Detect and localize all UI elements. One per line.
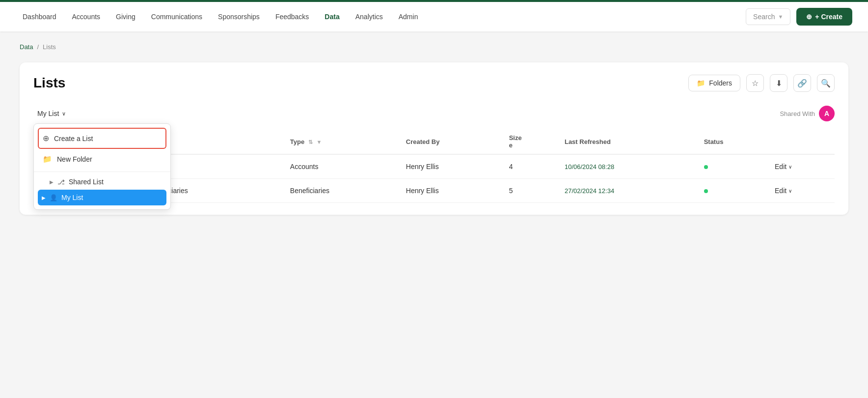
- new-folder-label: New Folder: [57, 155, 92, 163]
- col-header-status[interactable]: Status: [698, 129, 769, 154]
- col-header-actions: [769, 129, 835, 154]
- nav-item-sponsorships[interactable]: Sponsorships: [211, 9, 267, 25]
- col-header-last-refreshed[interactable]: Last Refreshed: [559, 129, 698, 154]
- col-header-size[interactable]: Size e: [503, 129, 559, 154]
- edit-label-0: Edit: [775, 163, 787, 171]
- download-button[interactable]: ⬇: [770, 74, 787, 92]
- breadcrumb-separator: /: [37, 43, 39, 51]
- my-list-tree-label: My List: [61, 194, 83, 201]
- create-button[interactable]: ⊕ + Create: [796, 8, 852, 26]
- cell-last-refreshed-1: 27/02/2024 12:34: [559, 179, 698, 203]
- cell-size-1: 5: [503, 179, 559, 203]
- plus-circle-icon: ⊕: [43, 134, 49, 143]
- shared-with-label: Shared With: [780, 110, 815, 117]
- nav-item-feedbacks[interactable]: Feedbacks: [269, 9, 316, 25]
- nav-menu: Dashboard Accounts Giving Communications…: [16, 9, 746, 25]
- edit-button-0[interactable]: Edit ∨: [775, 163, 829, 171]
- breadcrumb-data-link[interactable]: Data: [20, 43, 33, 51]
- nav-right-actions: Search ▼ ⊕ + Create: [746, 8, 852, 26]
- folder-icon: 📁: [697, 79, 705, 87]
- cell-created-by-0: Henry Ellis: [400, 154, 503, 179]
- nav-item-accounts[interactable]: Accounts: [65, 9, 108, 25]
- download-icon: ⬇: [776, 79, 782, 88]
- share-icon: ⎇: [57, 178, 65, 186]
- folders-label: Folders: [709, 79, 732, 87]
- dropdown-divider: [34, 171, 170, 172]
- breadcrumb-current: Lists: [43, 43, 56, 51]
- lists-card: Lists 📁 Folders ☆ ⬇ 🔗 🔍: [20, 62, 848, 215]
- cell-type-0: Accounts: [284, 154, 400, 179]
- top-navigation: Dashboard Accounts Giving Communications…: [0, 0, 868, 31]
- folders-button[interactable]: 📁 Folders: [688, 75, 740, 91]
- chevron-down-icon: ∨: [62, 111, 66, 117]
- cell-status-1: [698, 179, 769, 203]
- nav-item-data[interactable]: Data: [318, 9, 346, 25]
- col-header-created-by[interactable]: Created By: [400, 129, 503, 154]
- cell-type-1: Beneficiaries: [284, 179, 400, 203]
- edit-button-1[interactable]: Edit ∨: [775, 187, 829, 195]
- create-list-item[interactable]: ⊕ Create a List: [38, 128, 166, 149]
- date-text-1: 27/02/2024 12:34: [565, 187, 614, 195]
- sort-icon-type: ⇅: [308, 139, 313, 145]
- create-label: + Create: [815, 13, 842, 21]
- page-title: Lists: [33, 75, 65, 91]
- chevron-down-icon: ▼: [778, 14, 783, 20]
- cell-created-by-1: Henry Ellis: [400, 179, 503, 203]
- user-icon: 👤: [50, 194, 57, 201]
- date-text-0: 10/06/2024 08:28: [565, 163, 614, 171]
- shared-list-label: Shared List: [69, 178, 104, 186]
- toolbar: My List ∨ ⊕ Create a List 📁 New Folder ▶…: [33, 106, 835, 121]
- cell-last-refreshed-0: 10/06/2024 08:28: [559, 154, 698, 179]
- nav-item-analytics[interactable]: Analytics: [349, 9, 390, 25]
- my-list-dropdown-trigger[interactable]: My List ∨: [33, 108, 70, 119]
- breadcrumb: Data / Lists: [20, 43, 848, 51]
- cell-status-0: [698, 154, 769, 179]
- status-dot-1: [704, 189, 708, 193]
- my-list-tree-item[interactable]: ▶ 👤 My List: [38, 190, 166, 205]
- shared-list-tree-item[interactable]: ▶ ⎇ Shared List: [34, 174, 170, 190]
- create-list-label: Create a List: [54, 135, 93, 142]
- avatar-initial: A: [824, 110, 829, 117]
- search-filter-button[interactable]: 🔍: [817, 74, 835, 92]
- filter-icon-type: ▼: [316, 139, 322, 145]
- lists-header: Lists 📁 Folders ☆ ⬇ 🔗 🔍: [33, 74, 835, 92]
- nav-item-communications[interactable]: Communications: [144, 9, 209, 25]
- star-icon: ☆: [752, 79, 759, 88]
- avatar: A: [819, 106, 835, 121]
- new-folder-item[interactable]: 📁 New Folder: [34, 149, 170, 170]
- nav-item-giving[interactable]: Giving: [109, 9, 142, 25]
- folder-icon: 📁: [43, 155, 52, 164]
- cell-size-0: 4: [503, 154, 559, 179]
- cell-edit-0: Edit ∨: [769, 154, 835, 179]
- chevron-down-icon: ∨: [788, 188, 792, 194]
- page-content: Data / Lists Lists 📁 Folders ☆ ⬇ 🔗: [0, 31, 868, 398]
- plus-icon: ⊕: [806, 13, 812, 21]
- star-button[interactable]: ☆: [746, 74, 764, 92]
- status-dot-0: [704, 165, 708, 169]
- nav-item-admin[interactable]: Admin: [392, 9, 425, 25]
- nav-item-dashboard[interactable]: Dashboard: [16, 9, 63, 25]
- search-button[interactable]: Search ▼: [746, 8, 790, 25]
- header-actions: 📁 Folders ☆ ⬇ 🔗 🔍: [688, 74, 835, 92]
- link-button[interactable]: 🔗: [793, 74, 811, 92]
- cell-edit-1: Edit ∨: [769, 179, 835, 203]
- chevron-down-icon: ∨: [788, 164, 792, 170]
- search-label: Search: [753, 13, 775, 21]
- chevron-right-icon: ▶: [42, 195, 46, 200]
- chevron-right-icon: ▶: [50, 179, 54, 185]
- edit-label-1: Edit: [775, 187, 787, 195]
- link-icon: 🔗: [797, 79, 807, 88]
- search-icon: 🔍: [821, 79, 831, 88]
- my-list-label: My List: [37, 110, 59, 117]
- shared-with-area: Shared With A: [780, 106, 835, 121]
- col-header-type[interactable]: Type ⇅ ▼: [284, 129, 400, 154]
- dropdown-menu: ⊕ Create a List 📁 New Folder ▶ ⎇ Shared …: [33, 123, 171, 210]
